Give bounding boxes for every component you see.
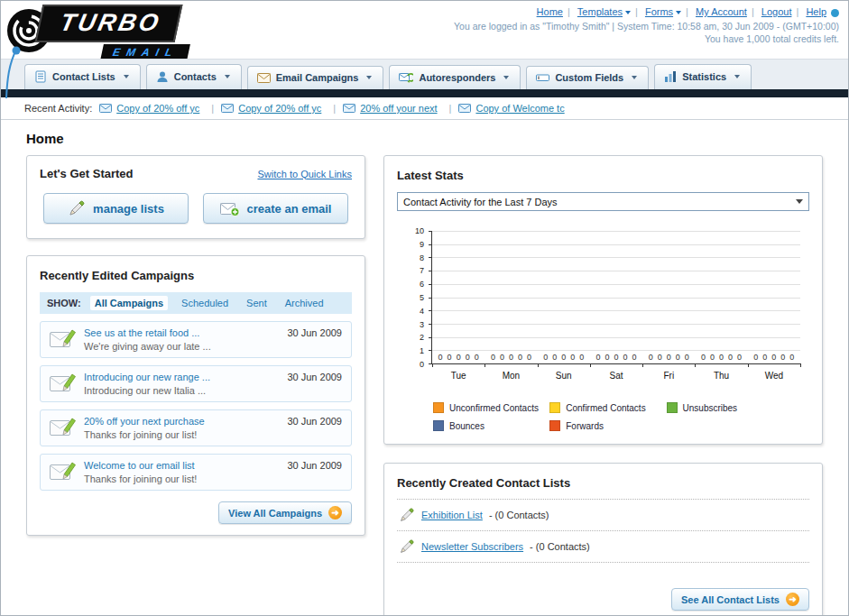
stats-chart-ylabels: 012345678910: [399, 231, 428, 364]
campaign-filter-bar: SHOW: All Campaigns Scheduled Sent Archi…: [40, 292, 352, 314]
chart-legend: Unconfirmed Contacts Confirmed Contacts …: [433, 402, 809, 431]
campaign-row[interactable]: Welcome to our email list Thanks for joi…: [40, 454, 352, 491]
x-tick-mark: [432, 363, 433, 367]
chart-value: 0: [658, 353, 662, 362]
legend-swatch: [433, 402, 444, 413]
x-tick-label: Sat: [590, 371, 642, 381]
legend-item: Unconfirmed Contacts: [433, 402, 549, 413]
campaign-row[interactable]: See us at the retail food ... We're givi…: [40, 321, 352, 358]
utility-nav: Home Templates Forms My Account Logout H…: [454, 6, 839, 17]
chart-value: 0: [570, 353, 575, 362]
nav-link-templates[interactable]: Templates: [577, 6, 623, 17]
legend-item: Unsubscribes: [667, 402, 783, 413]
envelope-pencil-icon: [50, 327, 77, 349]
chart-value: 0: [667, 353, 671, 362]
chart-category-group: 00000Tue: [432, 231, 484, 363]
manage-lists-button[interactable]: manage lists: [43, 193, 189, 224]
chart-value: 0: [701, 353, 706, 362]
create-email-button[interactable]: create an email: [203, 193, 348, 224]
view-all-campaigns-button[interactable]: View All Campaigns ➜: [218, 501, 352, 524]
campaign-title-link[interactable]: 20% off your next purchase: [84, 416, 280, 427]
x-tick-label: Fri: [642, 371, 695, 381]
chart-value-labels: 00000: [538, 353, 590, 362]
campaign-title-link[interactable]: Welcome to our email list: [84, 460, 280, 471]
recent-activity-link[interactable]: 20% off your next: [360, 103, 437, 114]
tab-autoresponders[interactable]: Autoresponders: [389, 65, 521, 89]
recent-activity-bar: Recent Activity: Copy of 20% off yc Copy…: [1, 97, 848, 120]
legend-swatch: [549, 420, 560, 431]
y-tick-label: 7: [420, 266, 424, 275]
tab-statistics[interactable]: Statistics: [654, 64, 752, 89]
tab-email-campaigns[interactable]: Email Campaigns: [247, 66, 384, 89]
tab-contact-lists[interactable]: Contact Lists: [24, 64, 141, 89]
chart-value: 0: [466, 353, 470, 362]
chart-value: 0: [614, 353, 618, 362]
nav-link-help[interactable]: Help: [806, 6, 826, 17]
filter-all-campaigns[interactable]: All Campaigns: [90, 296, 168, 310]
x-tick-label: Sun: [538, 371, 590, 381]
chevron-down-icon: [503, 76, 509, 79]
tab-label: Contact Lists: [52, 71, 115, 82]
nav-link-my-account[interactable]: My Account: [696, 6, 747, 17]
chart-value: 0: [623, 353, 627, 362]
contact-list-link[interactable]: Exhibition List: [421, 510, 483, 520]
chart-category-group: 00000Wed: [748, 231, 800, 363]
pencil-icon: [399, 507, 415, 523]
campaign-subtitle: Thanks for joining our list!: [84, 473, 280, 484]
chart-value: 0: [762, 353, 767, 362]
chart-value: 0: [543, 353, 548, 362]
nav-divider-bar: [1, 89, 848, 97]
pencil-icon: [68, 199, 86, 217]
y-tick-label: 2: [420, 333, 424, 342]
contacts-icon: [156, 70, 169, 83]
see-all-contact-lists-button[interactable]: See All Contact Lists ➜: [671, 588, 809, 611]
chart-value: 0: [685, 353, 689, 362]
email-campaigns-icon: [257, 73, 271, 83]
campaign-subtitle: Thanks for joining our list!: [84, 429, 280, 440]
nav-link-forms[interactable]: Forms: [645, 6, 673, 17]
filter-archived[interactable]: Archived: [281, 296, 328, 310]
campaign-subtitle: Introducing our new Italia ...: [84, 385, 280, 396]
chart-value: 0: [737, 353, 742, 362]
login-info: You are logged in as "Timothy Smith" | S…: [454, 21, 839, 32]
chart-value: 0: [604, 353, 609, 362]
filter-scheduled[interactable]: Scheduled: [177, 296, 233, 310]
switch-quick-links-link[interactable]: Switch to Quick Links: [257, 169, 352, 179]
main-nav: Contact Lists Contacts Email Campaigns A…: [1, 59, 848, 89]
chart-value: 0: [438, 353, 443, 362]
legend-label: Forwards: [566, 421, 604, 431]
chart-value: 0: [728, 353, 733, 362]
get-started-panel: Let's Get Started Switch to Quick Links …: [26, 155, 365, 239]
tab-custom-fields[interactable]: Custom Fields: [526, 66, 649, 89]
y-tick-label: 6: [420, 280, 424, 289]
campaign-row[interactable]: Introducing our new range ... Introducin…: [40, 365, 352, 402]
campaign-title-link[interactable]: Introducing our new range ...: [84, 372, 280, 382]
x-tick-mark: [590, 363, 591, 367]
recent-activity-link[interactable]: Copy of 20% off yc: [116, 103, 199, 114]
tab-contacts[interactable]: Contacts: [146, 64, 242, 89]
recent-activity-link[interactable]: Copy of 20% off yc: [238, 103, 321, 114]
recent-activity-link[interactable]: Copy of Welcome tc: [475, 103, 564, 114]
tab-label: Contacts: [174, 71, 217, 82]
contact-list-link[interactable]: Newsletter Subscribers: [421, 541, 523, 552]
campaign-date: 30 Jun 2009: [287, 416, 342, 427]
chevron-down-icon: [632, 76, 637, 79]
envelope-icon: [343, 104, 355, 113]
stats-period-value: Contact Activity for the Last 7 Days: [403, 197, 558, 207]
chart-value: 0: [579, 353, 584, 362]
create-email-label: create an email: [247, 202, 332, 216]
filter-sent[interactable]: Sent: [242, 296, 272, 310]
campaign-row[interactable]: 20% off your next purchase Thanks for jo…: [40, 409, 352, 446]
nav-link-home[interactable]: Home: [537, 6, 563, 17]
campaign-date: 30 Jun 2009: [287, 372, 342, 382]
nav-link-logout[interactable]: Logout: [761, 6, 792, 17]
recent-contact-lists-panel: Recently Created Contact Lists Exhibitio…: [383, 463, 823, 616]
chart-category-group: 00000Sat: [590, 231, 642, 363]
contact-list-count: - (0 Contacts): [489, 510, 549, 520]
campaign-title-link[interactable]: See us at the retail food ...: [84, 327, 280, 338]
stats-period-select[interactable]: Contact Activity for the Last 7 Days: [397, 192, 809, 211]
chevron-down-icon: [366, 76, 372, 79]
x-tick-mark: [695, 363, 696, 367]
tab-label: Autoresponders: [419, 72, 495, 83]
chart-category-group: 00000Thu: [695, 231, 747, 363]
